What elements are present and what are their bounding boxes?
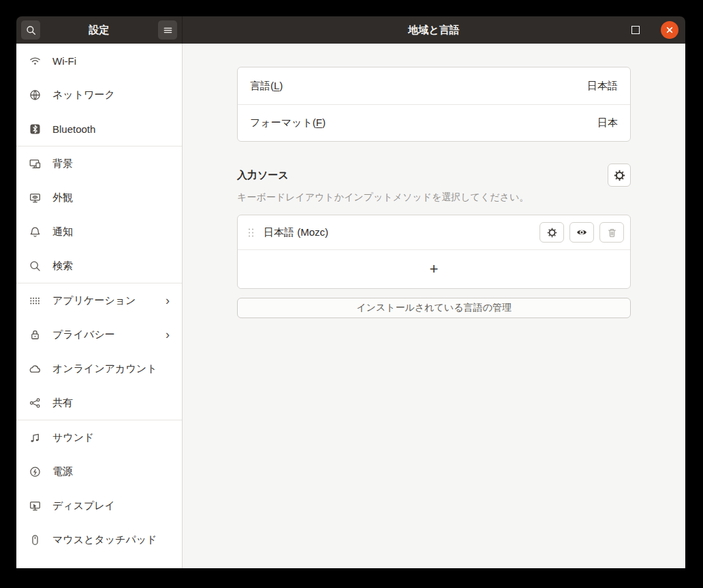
main-titlebar: 地域と言語 <box>183 16 685 44</box>
lock-icon <box>29 329 41 341</box>
language-label: 言語(L) <box>250 80 283 93</box>
input-sources-header: 入力ソース <box>237 164 631 187</box>
network-globe-icon <box>29 89 41 101</box>
input-source-row: 日本語 (Mozc) <box>238 215 630 249</box>
format-label: フォーマット(F) <box>250 117 326 129</box>
sidebar-item-online-accounts[interactable]: オンラインアカウント <box>16 352 182 386</box>
sidebar-item-bluetooth[interactable]: Bluetooth <box>16 112 182 146</box>
hamburger-icon <box>163 25 173 35</box>
input-sources-title: 入力ソース <box>237 169 289 182</box>
trash-icon <box>607 228 617 238</box>
maximize-button[interactable] <box>630 25 641 35</box>
background-icon <box>29 158 41 170</box>
sidebar-item-mouse-touchpad[interactable]: マウスとタッチパッド <box>16 523 182 557</box>
sidebar-item-search[interactable]: 検索 <box>16 249 182 283</box>
chevron-right-icon: › <box>166 328 174 341</box>
eye-icon <box>576 227 587 238</box>
sidebar-item-notifications[interactable]: 通知 <box>16 215 182 249</box>
chevron-right-icon: › <box>166 294 174 307</box>
sidebar-item-applications[interactable]: アプリケーション › <box>16 283 182 318</box>
magnifier-icon <box>29 260 41 272</box>
close-button[interactable] <box>661 21 678 39</box>
display-icon <box>29 500 41 512</box>
format-value: 日本 <box>597 117 618 129</box>
app-body: Wi-Fi ネットワーク Bluetooth 背景 <box>16 44 685 568</box>
sidebar-item-sharing[interactable]: 共有 <box>16 386 182 420</box>
source-remove-button[interactable] <box>599 222 624 243</box>
window-controls <box>605 21 685 39</box>
format-row[interactable]: フォーマット(F) 日本 <box>238 104 630 141</box>
gear-icon <box>547 228 557 238</box>
language-value: 日本語 <box>587 80 618 93</box>
sidebar: Wi-Fi ネットワーク Bluetooth 背景 <box>16 44 183 568</box>
search-icon <box>26 25 36 35</box>
power-icon <box>29 466 41 478</box>
gear-icon <box>614 170 625 181</box>
appearance-icon <box>29 192 41 204</box>
maximize-icon <box>631 26 640 34</box>
cloud-icon <box>29 363 41 375</box>
sidebar-item-privacy[interactable]: プライバシー › <box>16 318 182 352</box>
minimize-button[interactable] <box>605 27 610 33</box>
manage-installed-languages-button[interactable]: インストールされている言語の管理 <box>237 298 631 318</box>
region-language-panel: 言語(L) 日本語 フォーマット(F) 日本 入力ソース <box>183 44 685 568</box>
bell-icon <box>29 226 41 238</box>
close-icon <box>666 26 674 34</box>
bluetooth-icon <box>29 123 41 135</box>
sidebar-item-displays[interactable]: ディスプレイ <box>16 489 182 523</box>
settings-window: 設定 地域と言語 <box>16 16 685 568</box>
language-row[interactable]: 言語(L) 日本語 <box>238 67 630 104</box>
sidebar-titlebar: 設定 <box>16 16 183 44</box>
wifi-icon <box>29 55 41 67</box>
sidebar-item-sound[interactable]: サウンド <box>16 420 182 454</box>
input-sources-options-button[interactable] <box>608 164 631 187</box>
titlebar: 設定 地域と言語 <box>16 16 685 44</box>
app-title: 設定 <box>89 24 110 37</box>
language-format-card: 言語(L) 日本語 フォーマット(F) 日本 <box>237 67 631 142</box>
input-sources-card: 日本語 (Mozc) <box>237 215 631 289</box>
mouse-icon <box>29 534 41 546</box>
music-note-icon <box>29 432 41 444</box>
source-preview-button[interactable] <box>569 222 594 243</box>
sidebar-item-background[interactable]: 背景 <box>16 146 182 181</box>
plus-icon: + <box>430 260 439 278</box>
sidebar-item-appearance[interactable]: 外観 <box>16 181 182 215</box>
sidebar-item-power[interactable]: 電源 <box>16 454 182 489</box>
drag-handle-icon[interactable] <box>246 228 255 238</box>
input-sources-subtitle: キーボードレイアウトかインプットメソッドを選択してください。 <box>237 191 631 204</box>
share-icon <box>29 397 41 409</box>
input-source-label: 日本語 (Mozc) <box>264 226 534 239</box>
search-button[interactable] <box>21 20 40 40</box>
add-input-source-button[interactable]: + <box>238 249 630 288</box>
source-settings-button[interactable] <box>540 222 564 243</box>
sidebar-item-network[interactable]: ネットワーク <box>16 78 182 112</box>
apps-grid-icon <box>29 295 41 307</box>
hamburger-menu-button[interactable] <box>158 20 177 40</box>
sidebar-item-wifi[interactable]: Wi-Fi <box>16 44 182 78</box>
